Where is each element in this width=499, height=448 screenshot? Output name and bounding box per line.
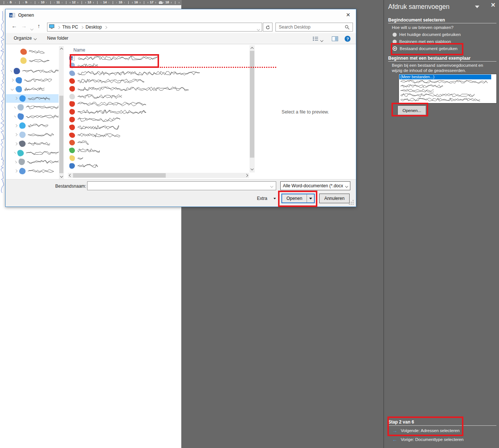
tree-expand-icon[interactable] (14, 161, 17, 163)
radio-option[interactable]: Bestaand document gebruiken (393, 46, 457, 52)
tree-expand-icon[interactable] (11, 87, 14, 90)
tree-expand-icon[interactable] (10, 70, 12, 72)
help-icon[interactable]: ? (344, 36, 351, 43)
view-details-icon[interactable] (313, 36, 318, 42)
redacted-icon (69, 101, 75, 107)
file-list-item[interactable] (69, 62, 98, 69)
file-list-item[interactable] (69, 70, 200, 77)
folder-tree-item[interactable] (6, 85, 59, 93)
listbox-item[interactable] (399, 93, 496, 97)
redacted-text (24, 79, 52, 82)
folder-tree-item[interactable] (6, 94, 59, 103)
listbox-item[interactable] (399, 84, 496, 88)
dialog-close-icon[interactable]: × (343, 9, 354, 20)
file-list-item[interactable] (69, 147, 100, 154)
recent-merge-docs-listbox[interactable]: (Meer bestanden...) (399, 74, 497, 103)
extra-menu[interactable]: Extra (257, 194, 278, 203)
wizard-next-link[interactable]: → Volgende: Adressen selecteren (392, 428, 460, 434)
redacted-icon (20, 48, 27, 56)
file-list-item[interactable] (69, 139, 89, 146)
folder-tree-item[interactable] (6, 76, 59, 85)
redacted-text (77, 141, 89, 145)
radio-option[interactable]: Beginnen met een sjabloon (393, 39, 451, 45)
redacted-text (29, 50, 44, 53)
file-list-item[interactable] (69, 85, 189, 92)
file-list-item[interactable] (69, 101, 146, 108)
file-list-item[interactable] (69, 93, 122, 100)
folder-tree-item[interactable] (6, 112, 59, 121)
folder-tree-item[interactable] (6, 139, 59, 148)
file-list-item[interactable] (69, 116, 120, 123)
radio-option[interactable]: Het huidige document gebruiken (393, 32, 461, 37)
tree-expand-icon[interactable] (14, 152, 16, 154)
breadcrumb-desktop[interactable]: Desktop (86, 24, 102, 30)
listbox-item[interactable] (399, 88, 496, 93)
tree-expand-icon[interactable] (14, 133, 17, 136)
taskpane-menu-icon[interactable] (475, 6, 479, 8)
filename-input[interactable] (87, 181, 276, 190)
open-split-dropdown-icon[interactable] (307, 194, 314, 202)
file-list-item[interactable] (69, 154, 83, 162)
address-dropdown-icon[interactable] (257, 26, 260, 32)
preview-pane-icon[interactable] (332, 36, 338, 42)
file-list-item[interactable] (69, 162, 98, 169)
sidebar-scrollbar[interactable] (59, 46, 64, 179)
tree-expand-icon[interactable] (14, 116, 16, 118)
file-list-item[interactable] (69, 77, 144, 85)
filetype-select[interactable]: Alle Word-documenten (*.docx (280, 181, 350, 190)
new-folder-button[interactable]: New folder (47, 36, 68, 41)
resize-grip[interactable] (353, 204, 354, 205)
word-ruler: 89101112131415161718 (0, 0, 182, 5)
redacted-text (77, 133, 120, 137)
redacted-icon (69, 109, 75, 115)
listbox-selected-item[interactable]: (Meer bestanden...) (399, 75, 491, 79)
file-list-item[interactable] (69, 131, 120, 139)
up-icon[interactable]: ↑ (37, 23, 40, 29)
back-icon[interactable]: ← (11, 23, 17, 29)
listbox-item[interactable] (399, 97, 496, 102)
search-input[interactable]: Search Desktop (275, 23, 353, 32)
folder-tree-item[interactable] (6, 167, 59, 175)
radio-label: Het huidige document gebruiken (399, 32, 461, 37)
tree-expand-icon[interactable] (14, 97, 17, 100)
redacted-text (77, 71, 200, 75)
tree-expand-icon[interactable] (14, 169, 17, 172)
recent-locations-icon[interactable] (31, 25, 33, 31)
open-button[interactable]: Openen (281, 194, 315, 203)
file-list-item[interactable]: W (69, 54, 158, 62)
file-list-item[interactable] (69, 123, 119, 131)
view-dropdown-icon[interactable] (321, 37, 323, 43)
radio-icon[interactable] (393, 40, 397, 44)
wizard-prev-link[interactable]: ← Vorige: Documenttype selecteren (392, 437, 463, 442)
tree-expand-icon[interactable] (11, 79, 14, 82)
column-header-name[interactable]: Name (73, 47, 85, 53)
tree-expand-icon[interactable] (14, 124, 17, 127)
file-list-hscrollbar[interactable] (68, 173, 249, 178)
radio-icon[interactable] (393, 46, 397, 51)
file-list-item[interactable] (69, 108, 146, 116)
taskpane-close-icon[interactable]: × (491, 1, 495, 9)
folder-tree-item[interactable] (6, 103, 59, 112)
folder-tree-item[interactable] (6, 149, 59, 157)
breadcrumb[interactable]: This PC Desktop (47, 23, 262, 32)
breadcrumb-this-pc[interactable]: This PC (62, 24, 78, 30)
tree-expand-icon[interactable] (14, 106, 16, 108)
file-list-vscrollbar[interactable] (250, 45, 255, 172)
refresh-button[interactable] (263, 23, 272, 32)
folder-tree-item[interactable] (6, 121, 59, 130)
filename-dropdown-icon[interactable] (271, 183, 273, 188)
redacted-icon (17, 149, 24, 157)
folder-tree-item[interactable] (6, 56, 59, 65)
radio-icon[interactable] (393, 33, 397, 37)
listbox-item[interactable] (399, 79, 496, 84)
folder-tree-item[interactable] (6, 47, 59, 56)
taskpane-open-button[interactable]: Openen... (398, 106, 426, 115)
folder-tree-item[interactable] (6, 67, 59, 75)
folder-tree-item[interactable] (6, 131, 59, 139)
folder-tree-item[interactable] (6, 158, 59, 166)
cancel-button[interactable]: Annuleren (319, 194, 350, 203)
tree-expand-icon[interactable] (14, 142, 17, 145)
organize-menu[interactable]: Organize (14, 36, 36, 41)
redacted-icon (69, 86, 75, 92)
forward-icon[interactable]: → (21, 23, 27, 29)
